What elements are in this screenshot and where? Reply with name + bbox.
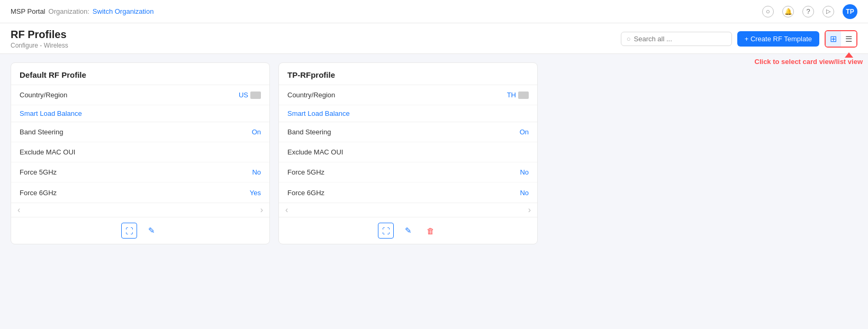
breadcrumb: Configure - Wireless [11, 42, 68, 49]
country-region-row-2: Country/Region TH [279, 85, 537, 105]
smart-load-balance-row-2: Smart Load Balance [279, 105, 537, 122]
forward-icon[interactable]: ▷ [822, 6, 834, 17]
smart-load-balance-row-1: Smart Load Balance [11, 105, 269, 122]
band-steering-row-1: Band Steering On [11, 122, 269, 142]
band-steering-value-1: On [252, 128, 261, 136]
country-code-2: TH [507, 91, 516, 99]
country-region-row-1: Country/Region US [11, 85, 269, 105]
force-5ghz-row-1: Force 5GHz No [11, 162, 269, 182]
country-code-1: US [239, 91, 248, 99]
search-icon: ○ [627, 35, 631, 43]
flag-icon-2 [518, 92, 529, 99]
card-view-button[interactable]: ⊞ [826, 31, 841, 47]
force-6ghz-row-2: Force 6GHz No [279, 182, 537, 203]
country-region-label-2: Country/Region [287, 91, 335, 99]
edit-button-2[interactable]: ✎ [400, 223, 416, 239]
bell-icon[interactable]: 🔔 [782, 6, 794, 17]
force-6ghz-label-1: Force 6GHz [20, 189, 57, 197]
force-5ghz-value-1: No [252, 168, 261, 176]
expand-button-1[interactable]: ⛶ [121, 223, 137, 239]
force-6ghz-value-2: No [520, 189, 529, 197]
expand-icon-2: ⛶ [382, 226, 390, 235]
search-icon-nav[interactable]: ○ [762, 6, 774, 17]
edit-icon-1: ✎ [148, 226, 155, 235]
force-6ghz-row-1: Force 6GHz Yes [11, 182, 269, 203]
page-title: RF Profiles [11, 29, 68, 41]
switch-org-link[interactable]: Switch Organization [93, 7, 154, 15]
delete-icon-2: 🗑 [427, 226, 435, 235]
card-title-default: Default RF Profile [11, 63, 269, 85]
search-box: ○ [621, 32, 732, 46]
exclude-mac-label-2: Exclude MAC OUI [287, 148, 343, 156]
smart-load-balance-link-1[interactable]: Smart Load Balance [20, 109, 82, 117]
country-region-label-1: Country/Region [20, 91, 67, 99]
scroll-left-icon-1: ‹ [17, 205, 20, 215]
delete-button-2[interactable]: 🗑 [422, 223, 438, 239]
force-5ghz-row-2: Force 5GHz No [279, 162, 537, 182]
edit-icon-2: ✎ [405, 226, 412, 235]
nav-left: MSP Portal Organization: Switch Organiza… [11, 7, 153, 15]
view-toggle-wrapper: ⊞ ☰ Click to select card view/list view [825, 30, 857, 48]
page-header: RF Profiles Configure - Wireless ○ + Cre… [0, 23, 868, 54]
card-body-default: Country/Region US Smart Load Balance Ban… [11, 85, 269, 203]
scroll-right-icon-2: › [528, 205, 531, 215]
exclude-mac-label-1: Exclude MAC OUI [20, 148, 75, 156]
search-input[interactable] [634, 35, 726, 43]
force-6ghz-value-1: Yes [250, 189, 261, 197]
card-footer-tp: ⛶ ✎ 🗑 [279, 217, 537, 244]
edit-button-1[interactable]: ✎ [143, 223, 159, 239]
view-toggle: ⊞ ☰ [825, 30, 857, 48]
card-footer-default: ⛶ ✎ [11, 217, 269, 244]
org-label: Organization: [49, 7, 89, 15]
page-header-left: RF Profiles Configure - Wireless [11, 29, 68, 49]
grid-icon: ⊞ [830, 34, 837, 44]
flag-icon-1 [250, 92, 261, 99]
force-6ghz-label-2: Force 6GHz [287, 189, 324, 197]
create-rf-template-button[interactable]: + Create RF Template [737, 31, 819, 47]
scroll-right-icon-1: › [260, 205, 263, 215]
expand-icon-1: ⛶ [125, 226, 133, 235]
scroll-hint-2: ‹ › [279, 203, 537, 217]
msp-label: MSP Portal [11, 7, 46, 15]
main-content: Default RF Profile Country/Region US Sma… [0, 54, 868, 253]
help-icon[interactable]: ? [802, 6, 814, 17]
card-title-tp: TP-RFprofile [279, 63, 537, 85]
smart-load-balance-link-2[interactable]: Smart Load Balance [287, 109, 350, 117]
force-5ghz-label-2: Force 5GHz [287, 168, 324, 176]
band-steering-value-2: On [520, 128, 529, 136]
country-value-2: TH [507, 91, 529, 99]
exclude-mac-row-2: Exclude MAC OUI [279, 142, 537, 162]
force-5ghz-value-2: No [520, 168, 529, 176]
nav-right: ○ 🔔 ? ▷ TP [762, 4, 857, 19]
list-icon: ☰ [845, 34, 852, 44]
card-body-tp: Country/Region TH Smart Load Balance Ban… [279, 85, 537, 203]
default-rf-profile-card: Default RF Profile Country/Region US Sma… [11, 62, 270, 244]
force-5ghz-label-1: Force 5GHz [20, 168, 57, 176]
band-steering-row-2: Band Steering On [279, 122, 537, 142]
list-view-button[interactable]: ☰ [841, 32, 856, 47]
scroll-hint-1: ‹ › [11, 203, 269, 217]
exclude-mac-row-1: Exclude MAC OUI [11, 142, 269, 162]
expand-button-2[interactable]: ⛶ [378, 223, 394, 239]
tp-rf-profile-card: TP-RFprofile Country/Region TH Smart Loa… [278, 62, 538, 244]
page-header-right: ○ + Create RF Template ⊞ ☰ Click to sele… [621, 30, 857, 48]
band-steering-label-2: Band Steering [287, 128, 331, 136]
top-navbar: MSP Portal Organization: Switch Organiza… [0, 0, 868, 23]
avatar[interactable]: TP [843, 4, 857, 19]
country-value-1: US [239, 91, 261, 99]
scroll-left-icon-2: ‹ [285, 205, 288, 215]
band-steering-label-1: Band Steering [20, 128, 63, 136]
